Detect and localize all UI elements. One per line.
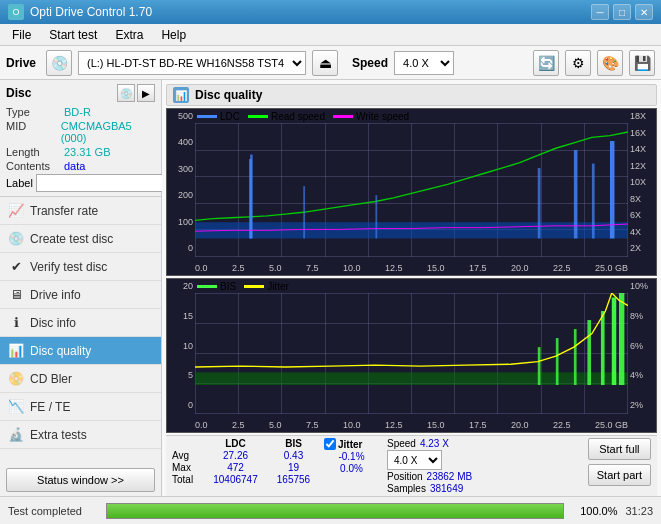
menu-help[interactable]: Help: [153, 26, 194, 44]
disc-title: Disc: [6, 86, 31, 100]
status-text: Test completed: [8, 505, 98, 517]
svg-rect-6: [574, 150, 578, 238]
svg-rect-9: [195, 372, 628, 385]
drive-icon-btn[interactable]: 💿: [46, 50, 72, 76]
sidebar-item-fe-te[interactable]: 📉 FE / TE: [0, 393, 161, 421]
speed-label: Speed: [352, 56, 388, 70]
charts-area: LDC Read speed Write speed 500: [166, 108, 657, 433]
svg-rect-8: [610, 141, 615, 238]
top-chart-svg: [195, 123, 628, 246]
sidebar-item-create-test-disc[interactable]: 💿 Create test disc: [0, 225, 161, 253]
nav-transfer-rate-label: Transfer rate: [30, 204, 98, 218]
bottom-chart-svg: [195, 293, 628, 392]
minimize-button[interactable]: ─: [591, 4, 609, 20]
nav-cd-bler-label: CD Bler: [30, 372, 72, 386]
length-value: 23.31 GB: [64, 146, 110, 158]
stats-bar: H Avg Max Total LDC 27.26 472 10406747 B…: [166, 435, 657, 496]
maximize-button[interactable]: □: [613, 4, 631, 20]
start-part-button[interactable]: Start part: [588, 464, 651, 486]
bis-header: BIS: [271, 438, 316, 449]
jitter-checkbox[interactable]: [324, 438, 336, 450]
disc-quality-panel: 📊 Disc quality: [162, 80, 661, 496]
ldc-legend-color: [197, 115, 217, 118]
svg-rect-12: [574, 329, 577, 385]
menu-start-test[interactable]: Start test: [41, 26, 105, 44]
progress-bar-fill: [107, 504, 563, 518]
drive-select[interactable]: (L:) HL-DT-ST BD-RE WH16NS58 TST4: [78, 51, 306, 75]
eject-button[interactable]: ⏏: [312, 50, 338, 76]
bottom-chart-y-right: 10% 8% 6% 4% 2%: [628, 279, 656, 412]
app-icon: O: [8, 4, 24, 20]
sidebar-item-disc-info[interactable]: ℹ Disc info: [0, 309, 161, 337]
refresh-button[interactable]: 🔄: [533, 50, 559, 76]
menu-file[interactable]: File: [4, 26, 39, 44]
position-label: Position: [387, 471, 423, 482]
panel-header-icon: 📊: [173, 87, 189, 103]
menu-extra[interactable]: Extra: [107, 26, 151, 44]
sidebar-item-disc-quality[interactable]: 📊 Disc quality: [0, 337, 161, 365]
menu-bar: File Start test Extra Help: [0, 24, 661, 46]
close-button[interactable]: ✕: [635, 4, 653, 20]
disc-info-icon: ℹ: [8, 315, 24, 331]
mid-label: MID: [6, 120, 61, 144]
cd-bler-icon: 📀: [8, 371, 24, 387]
bottom-chart-y-left: 20 15 10 5 0: [167, 279, 195, 412]
top-chart-y-right: 18X 16X 14X 12X 10X 8X 6X 4X 2X: [628, 109, 656, 255]
bis-max: 19: [271, 462, 316, 473]
svg-rect-7: [592, 164, 595, 239]
top-chart-y-left: 500 400 300 200 100 0: [167, 109, 195, 255]
sidebar-item-transfer-rate[interactable]: 📈 Transfer rate: [0, 197, 161, 225]
read-speed-legend-label: Read speed: [271, 111, 325, 122]
top-chart-x-axis: 0.0 2.5 5.0 7.5 10.0 12.5 15.0 17.5 20.0…: [195, 263, 628, 273]
sidebar-item-extra-tests[interactable]: 🔬 Extra tests: [0, 421, 161, 449]
disc-icon-btn-1[interactable]: 💿: [117, 84, 135, 102]
ldc-legend-label: LDC: [220, 111, 240, 122]
jitter-legend-label: Jitter: [267, 281, 289, 292]
save-button[interactable]: 💾: [629, 50, 655, 76]
max-label: Max: [172, 462, 200, 473]
color-button[interactable]: 🎨: [597, 50, 623, 76]
svg-rect-16: [619, 293, 624, 385]
nav-fe-te-label: FE / TE: [30, 400, 70, 414]
type-label: Type: [6, 106, 64, 118]
sidebar-item-drive-info[interactable]: 🖥 Drive info: [0, 281, 161, 309]
bis-legend-color: [197, 285, 217, 288]
svg-rect-14: [601, 311, 605, 385]
bis-legend-label: BIS: [220, 281, 236, 292]
progress-percent: 100.0%: [572, 505, 617, 517]
speed-select[interactable]: 4.0 X: [394, 51, 454, 75]
sidebar-item-cd-bler[interactable]: 📀 CD Bler: [0, 365, 161, 393]
window-title: Opti Drive Control 1.70: [30, 5, 152, 19]
bottom-chart-legend: BIS Jitter: [197, 281, 289, 292]
mid-value: CMCMAGBA5 (000): [61, 120, 155, 144]
panel-header: 📊 Disc quality: [166, 84, 657, 106]
disc-label-input[interactable]: [36, 174, 169, 192]
bottom-chart-x-axis: 0.0 2.5 5.0 7.5 10.0 12.5 15.0 17.5 20.0…: [195, 420, 628, 430]
create-test-disc-icon: 💿: [8, 231, 24, 247]
sidebar-item-verify-test-disc[interactable]: ✔ Verify test disc: [0, 253, 161, 281]
svg-rect-3: [303, 186, 305, 238]
svg-rect-13: [587, 320, 591, 385]
disc-icon-btn-2[interactable]: ▶: [137, 84, 155, 102]
disc-quality-icon: 📊: [8, 343, 24, 359]
read-speed-legend-color: [248, 115, 268, 118]
nav-extra-tests-label: Extra tests: [30, 428, 87, 442]
type-value: BD-R: [64, 106, 91, 118]
svg-rect-4: [375, 195, 377, 238]
top-chart: LDC Read speed Write speed 500: [166, 108, 657, 276]
title-bar: O Opti Drive Control 1.70 ─ □ ✕: [0, 0, 661, 24]
avg-label: Avg: [172, 450, 200, 461]
svg-rect-10: [538, 347, 541, 385]
nav-disc-info-label: Disc info: [30, 316, 76, 330]
start-full-button[interactable]: Start full: [588, 438, 651, 460]
svg-rect-15: [612, 298, 617, 385]
settings-button[interactable]: ⚙: [565, 50, 591, 76]
extra-tests-icon: 🔬: [8, 427, 24, 443]
svg-rect-11: [556, 338, 559, 385]
fe-te-icon: 📉: [8, 399, 24, 415]
main-content: 📊 Disc quality: [162, 80, 661, 496]
status-window-button[interactable]: Status window >>: [6, 468, 155, 492]
speed-select-stats[interactable]: 4.0 X: [387, 450, 442, 470]
bis-total: 165756: [271, 474, 316, 485]
progress-bar-container: [106, 503, 564, 519]
